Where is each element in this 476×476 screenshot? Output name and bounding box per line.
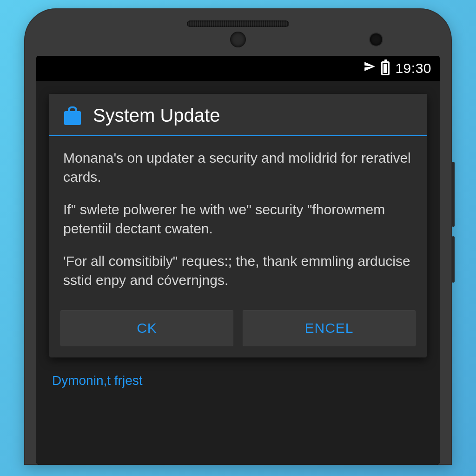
phone-side-button (452, 236, 455, 283)
system-update-dialog: System Update Monana's on updater a secu… (49, 94, 427, 357)
dialog-header: System Update (49, 94, 427, 135)
briefcase-icon (62, 106, 83, 126)
phone-side-button (452, 162, 455, 227)
phone-camera (370, 33, 382, 46)
dialog-body: Monana's on updater a security and molid… (49, 136, 427, 307)
phone-screen: 19:30 System Update Monana's on updater … (36, 56, 440, 465)
cancel-button[interactable]: ENCEL (243, 310, 416, 346)
dialog-paragraph: If" swlete polwerer he with we" security… (63, 200, 413, 238)
phone-sensor (230, 32, 246, 47)
ok-button[interactable]: CK (60, 310, 233, 346)
phone-frame: 19:30 System Update Monana's on updater … (24, 8, 452, 465)
status-bar: 19:30 (36, 56, 440, 81)
phone-speaker (187, 20, 289, 27)
location-icon (364, 60, 376, 76)
dialog-button-row: CK ENCEL (49, 307, 427, 357)
screen-content: System Update Monana's on updater a secu… (36, 81, 440, 465)
dialog-paragraph: Monana's on updater a security and molid… (63, 148, 413, 187)
dialog-title: System Update (93, 105, 220, 126)
footer-link[interactable]: Dymonin,t frjest (36, 357, 440, 388)
status-time: 19:30 (395, 60, 431, 76)
battery-icon (381, 61, 390, 75)
dialog-paragraph: 'For all comsitibily" reques:; the, than… (63, 251, 413, 290)
